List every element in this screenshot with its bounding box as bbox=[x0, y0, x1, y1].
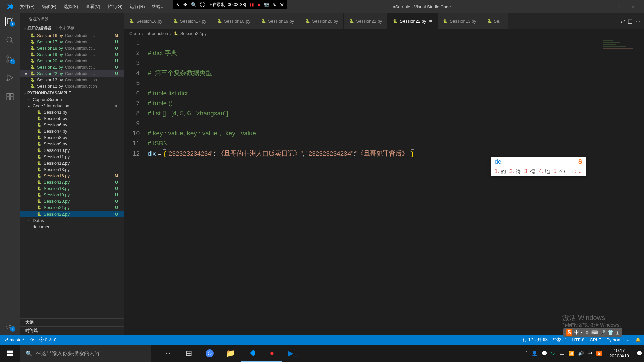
git-sync[interactable]: ⟳ bbox=[30, 337, 34, 342]
file-item[interactable]: 🐍 Session17.py U bbox=[20, 179, 124, 185]
more-icon[interactable]: ⋯ bbox=[635, 18, 641, 24]
extensions-icon[interactable] bbox=[5, 92, 15, 101]
explorer-icon[interactable]: 1 bbox=[5, 17, 14, 26]
camera-icon[interactable]: 📷 bbox=[263, 2, 269, 7]
menu-go[interactable]: 转到(G) bbox=[104, 2, 126, 11]
settings-icon[interactable]: 1 bbox=[5, 322, 15, 331]
indentation[interactable]: 空格: 4 bbox=[553, 337, 567, 343]
close-button[interactable]: ✕ bbox=[625, 0, 641, 13]
zoom-icon[interactable]: 🔍 bbox=[191, 2, 197, 7]
folder-item[interactable]: › CaptureScreen bbox=[20, 96, 124, 103]
workspace-header[interactable]: ⌄ PYTHONDATASAMPLE bbox=[20, 89, 124, 96]
file-item[interactable]: 🐍 Session1.py bbox=[20, 109, 124, 115]
encoding[interactable]: UTF-8 bbox=[572, 337, 584, 342]
file-item[interactable]: 🐍 Session10.py bbox=[20, 147, 124, 154]
ime-toolbox-icon[interactable]: ⊞ bbox=[615, 330, 620, 335]
feedback-icon[interactable]: ☺ bbox=[626, 337, 630, 342]
security-icon[interactable]: 🛡 bbox=[551, 351, 556, 356]
ime-ch-icon[interactable]: 中 bbox=[574, 329, 579, 336]
file-item[interactable]: 🐍 Session22.py U bbox=[20, 211, 124, 217]
problems[interactable]: ⓧ0 ⚠0 bbox=[39, 337, 56, 343]
breadcrumb[interactable]: Code› Introduction› 🐍 Session22.py bbox=[124, 29, 644, 38]
menu-run[interactable]: 运行(R) bbox=[126, 2, 148, 11]
clock[interactable]: 10:17 2020/4/19 bbox=[606, 348, 632, 359]
search-icon[interactable] bbox=[5, 36, 15, 45]
menu-edit[interactable]: 编辑(E) bbox=[39, 2, 60, 11]
open-editor-item[interactable]: 🐍 Session20.py Code\Introduct... U bbox=[20, 58, 124, 64]
open-editor-item[interactable]: 🐍 Session16.py Code\Introduct... M bbox=[20, 32, 124, 39]
ime-emoji-icon[interactable]: ☺ bbox=[585, 330, 589, 335]
ime-mic-icon[interactable]: 🎤 bbox=[600, 330, 606, 335]
language-mode[interactable]: Python bbox=[606, 337, 620, 342]
taskbar-search[interactable]: 🔍 在这里输入你要搜索的内容 bbox=[20, 345, 151, 362]
open-editor-item[interactable]: 🐍 Session18.py Code\Introduct... U bbox=[20, 45, 124, 51]
file-item[interactable]: 🐍 Session11.py bbox=[20, 154, 124, 160]
editor-tab[interactable]: 🐍 Session19.py bbox=[256, 13, 300, 29]
ime-candidate[interactable]: 3. 德 bbox=[524, 168, 536, 175]
editor-tab[interactable]: 🐍 Se... bbox=[482, 13, 509, 29]
wifi-icon[interactable]: 📶 bbox=[568, 351, 574, 356]
code-area[interactable]: 123456789101112 # dict 字典 # 第三个复杂数据类型 # … bbox=[124, 38, 644, 335]
editor-tab[interactable]: 🐍 Session21.py bbox=[344, 13, 388, 29]
cursor-icon[interactable]: ↖ bbox=[176, 2, 180, 7]
notifications-icon[interactable]: 🔔 bbox=[635, 337, 641, 342]
outline-header[interactable]: › 大纲 bbox=[20, 318, 124, 326]
file-item[interactable]: 🐍 Session21.py U bbox=[20, 204, 124, 211]
ime-page-arrows[interactable]: ‹›⌄ bbox=[572, 168, 582, 175]
split-icon[interactable]: ◫ bbox=[628, 18, 633, 24]
maximize-button[interactable]: ❐ bbox=[610, 0, 625, 13]
cortana-icon[interactable]: ○ bbox=[158, 345, 178, 362]
file-item[interactable]: 🐍 Session12.py bbox=[20, 160, 124, 166]
ime-punct-icon[interactable]: • bbox=[581, 330, 583, 335]
vscode-taskbar-icon[interactable] bbox=[241, 345, 262, 362]
git-branch[interactable]: ⎇ master* bbox=[3, 337, 25, 342]
minimap[interactable] bbox=[601, 38, 638, 335]
menu-terminal[interactable]: 终端... bbox=[149, 2, 168, 11]
ime-indicator[interactable]: 中 bbox=[588, 350, 592, 356]
ime-candidate[interactable]: 2. 得 bbox=[509, 168, 521, 175]
code-content[interactable]: # dict 字典 # 第三个复杂数据类型 # tuple list dict#… bbox=[148, 38, 644, 335]
start-button[interactable] bbox=[0, 345, 20, 362]
menu-file[interactable]: 文件(F) bbox=[17, 2, 38, 11]
stop-icon[interactable]: ■ bbox=[257, 2, 260, 7]
pause-icon[interactable]: ▮▮ bbox=[249, 2, 254, 7]
ime-floating-toolbar[interactable]: S 中 • ☺ ⌨ 🎤 👕 ⊞ bbox=[563, 328, 622, 337]
compare-icon[interactable]: ⇄ bbox=[621, 18, 625, 24]
ime-candidate[interactable]: 5. の bbox=[553, 168, 565, 175]
open-editor-item[interactable]: 🐍 Session17.py Code\Introduct... U bbox=[20, 39, 124, 45]
open-editor-item[interactable]: 🐍 Session13.py Code\Introduction bbox=[20, 77, 124, 83]
file-item[interactable]: 🐍 Session19.py U bbox=[20, 192, 124, 198]
ime-skin-icon[interactable]: 👕 bbox=[608, 330, 613, 335]
open-editors-header[interactable]: ⌄ 打开的编辑器 1 个未保存 bbox=[20, 24, 124, 32]
ime-candidate[interactable]: 4. 地 bbox=[539, 168, 550, 175]
file-item[interactable]: 🐍 Session9.py bbox=[20, 141, 124, 147]
scm-icon[interactable]: 14 bbox=[5, 54, 15, 64]
pencil-icon[interactable]: ✎ bbox=[272, 2, 276, 7]
toolbar-close-icon[interactable]: ✕ bbox=[280, 2, 284, 8]
menu-view[interactable]: 查看(V) bbox=[82, 2, 103, 11]
timeline-header[interactable]: › 时间线 bbox=[20, 326, 124, 335]
editor-tab[interactable]: 🐍 Session20.py bbox=[300, 13, 344, 29]
move-icon[interactable]: ✥ bbox=[183, 2, 187, 7]
minimize-button[interactable]: ─ bbox=[594, 0, 610, 13]
open-editor-item[interactable]: ● 🐍 Session22.py Code\Introduct... U bbox=[20, 70, 124, 77]
taskview-icon[interactable]: ⊞ bbox=[178, 345, 199, 362]
file-item[interactable]: 🐍 Session13.py bbox=[20, 166, 124, 173]
file-item[interactable]: 🐍 Session5.py bbox=[20, 115, 124, 122]
volume-icon[interactable]: 🔊 bbox=[578, 351, 584, 356]
action-center-icon[interactable]: 💬 bbox=[636, 351, 642, 356]
open-editor-item[interactable]: 🐍 Session19.py Code\Introduct... U bbox=[20, 51, 124, 58]
folder-item[interactable]: › Datas bbox=[20, 217, 124, 224]
editor-tab[interactable]: 🐍 Session22.py bbox=[388, 13, 438, 29]
powershell-icon[interactable]: ▶_ bbox=[282, 345, 303, 362]
folder-item[interactable]: › document bbox=[20, 224, 124, 230]
eol[interactable]: CRLF bbox=[590, 337, 601, 342]
folder-item[interactable]: ⌄ Code \ Introduction bbox=[20, 103, 124, 109]
menu-selection[interactable]: 选择(S) bbox=[60, 2, 82, 11]
ime-keyboard-icon[interactable]: ⌨ bbox=[591, 330, 598, 335]
debug-icon[interactable] bbox=[5, 73, 15, 82]
people-icon[interactable]: 👤 bbox=[532, 351, 537, 356]
recording-app-icon[interactable]: ● bbox=[262, 345, 282, 362]
editor-tab[interactable]: 🐍 Session18.py bbox=[212, 13, 256, 29]
file-item[interactable]: 🐍 Session8.py bbox=[20, 134, 124, 141]
